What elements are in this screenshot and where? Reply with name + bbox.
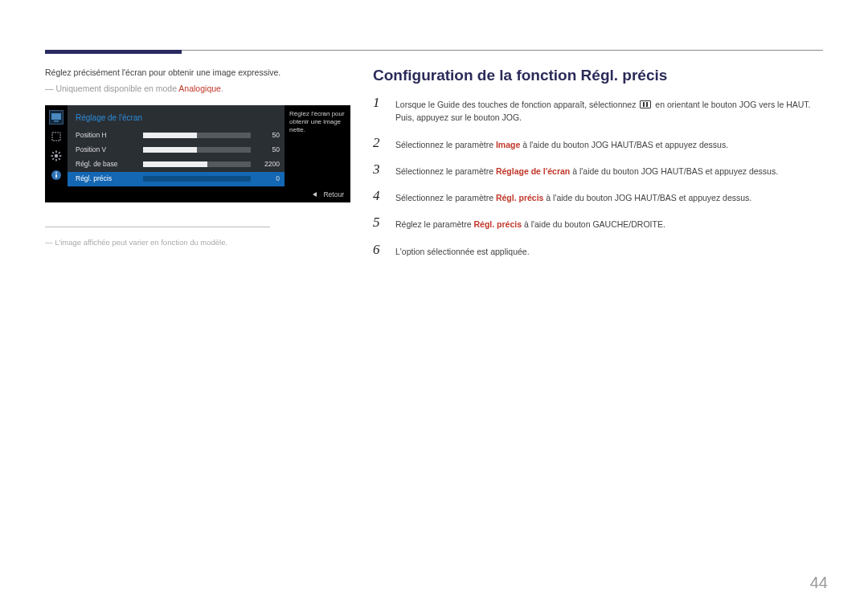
osd-row-bar-fill [143,161,207,167]
osd-row-bar [143,176,251,182]
svg-line-9 [59,158,60,160]
note-prefix: ― Uniquement disponible en mode [45,84,178,93]
step-text: Sélectionnez le paramètre Régl. précis à… [395,189,823,204]
svg-line-8 [52,152,54,153]
step-post: à l'aide du bouton GAUCHE/DROITE. [522,219,665,229]
step-text: Sélectionnez le paramètre Réglage de l'é… [395,162,823,178]
page-number: 44 [810,574,828,592]
step: 6L'option sélectionnée est appliquée. [373,243,823,258]
back-arrow-icon [313,192,317,197]
step-number: 5 [373,215,384,231]
osd-row-value: 0 [257,174,280,184]
step-bold: Image [496,140,520,149]
step-pre: Sélectionnez le paramètre [395,140,496,149]
step-number: 2 [373,136,384,151]
step-bold: Régl. précis [496,193,544,202]
svg-line-11 [59,152,60,153]
step-pre: L'option sélectionnée est appliquée. [395,247,530,256]
step: 2Sélectionnez le paramètre Image à l'aid… [373,136,823,151]
osd-row-bar-fill [143,147,197,153]
osd-row-bar [143,147,251,153]
osd-row-label: Régl. précis [76,174,137,184]
svg-rect-2 [52,133,60,141]
step-post: à l'aide du bouton JOG HAUT/BAS et appuy… [520,140,728,149]
step-text: Réglez le paramètre Régl. précis à l'aid… [395,215,823,231]
step-pre: Sélectionnez le paramètre [395,166,496,176]
osd-main: Réglage de l'écran Position H50Position … [68,105,285,186]
intro-text: Réglez précisément l'écran pour obtenir … [45,67,350,80]
menu-icon [640,100,651,108]
note-mode: Analogique [178,84,221,93]
osd-title: Réglage de l'écran [68,105,285,129]
left-column: Réglez précisément l'écran pour obtenir … [45,67,350,269]
osd-row-bar [143,161,251,167]
svg-rect-14 [55,172,57,174]
step-pre: Réglez le paramètre [395,219,473,229]
osd-row: Régl. précis0 [68,172,285,186]
step-post: à l'aide du bouton JOG HAUT/BAS et appuy… [570,166,778,176]
osd-row-label: Régl. de base [76,159,137,170]
osd-row: Régl. de base2200 [68,157,285,172]
accent-bar [45,50,182,54]
resize-icon [49,129,63,144]
step-number: 1 [373,96,384,125]
monitor-icon [49,110,63,125]
step-bold: Régl. précis [473,219,522,229]
step: 4Sélectionnez le paramètre Régl. précis … [373,189,823,204]
osd-footer: Retour [45,186,350,203]
osd-footer-label: Retour [323,190,344,200]
step: 5Réglez le paramètre Régl. précis à l'ai… [373,215,823,231]
model-footnote: ― L'image affichée peut varier en foncti… [45,237,350,248]
svg-rect-1 [54,121,59,122]
note-suffix: . [221,84,223,93]
left-divider [45,227,270,227]
step: 1Lorsque le Guide des touches de fonctio… [373,96,823,125]
step-number: 6 [373,243,384,258]
osd-row: Position V50 [68,143,285,157]
osd-row-value: 50 [257,145,280,155]
mode-note: ― Uniquement disponible en mode Analogiq… [45,83,350,96]
osd-row: Position H50 [68,129,285,143]
gear-icon [49,149,63,163]
step-text: L'option sélectionnée est appliquée. [395,243,823,258]
step-post: à l'aide du bouton JOG HAUT/BAS et appuy… [543,193,751,202]
step-pre: Lorsque le Guide des touches de fonction… [395,100,638,109]
osd-screenshot: Réglage de l'écran Position H50Position … [45,105,350,203]
step-bold: Réglage de l'écran [496,166,570,176]
step-number: 3 [373,162,384,178]
osd-row-value: 2200 [257,159,280,170]
svg-rect-13 [55,174,57,178]
top-rule [182,50,823,51]
step-number: 4 [373,189,384,204]
step-text: Sélectionnez le paramètre Image à l'aide… [395,136,823,151]
right-column: Configuration de la fonction Régl. préci… [373,67,823,269]
osd-row-label: Position V [76,145,137,155]
osd-row-label: Position H [76,130,137,141]
osd-row-bar-fill [143,133,197,138]
step-pre: Sélectionnez le paramètre [395,193,496,202]
svg-line-10 [52,158,54,160]
osd-row-bar [143,133,251,138]
osd-row-value: 50 [257,130,280,141]
svg-rect-0 [51,113,61,120]
svg-point-3 [55,153,58,157]
step: 3Sélectionnez le paramètre Réglage de l'… [373,162,823,178]
osd-help-text: Réglez l'écran pour obtenir une image ne… [285,105,350,186]
section-heading: Configuration de la fonction Régl. préci… [373,67,823,84]
osd-sidebar [45,105,68,186]
step-text: Lorsque le Guide des touches de fonction… [395,96,823,125]
info-icon [49,168,63,182]
